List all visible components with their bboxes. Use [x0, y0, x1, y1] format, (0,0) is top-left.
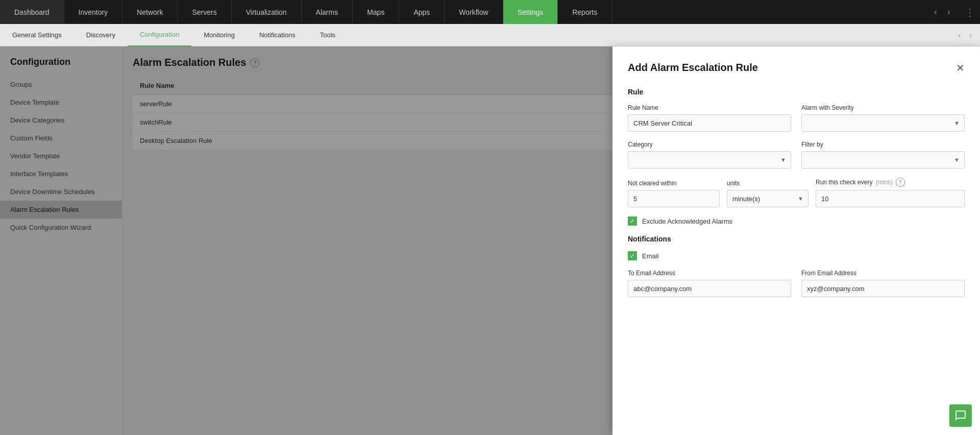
- input-from-email[interactable]: [801, 280, 965, 297]
- form-group-filter-by: Filter by ▼: [801, 141, 965, 168]
- nav-virtualization[interactable]: Virtualization: [232, 0, 302, 24]
- select-wrapper-units: minute(s) hour(s) ▼: [727, 190, 808, 207]
- sub-navigation: General Settings Discovery Configuration…: [0, 24, 980, 46]
- chat-fab-button[interactable]: [949, 404, 972, 427]
- chat-icon: [954, 409, 967, 422]
- subnav-prev-arrow[interactable]: ‹: [955, 30, 964, 41]
- subnav-general[interactable]: General Settings: [0, 24, 74, 46]
- label-not-cleared: Not cleared within: [628, 180, 720, 187]
- label-alarm-severity: Alarm with Severity: [801, 104, 965, 111]
- modal-close-button[interactable]: ✕: [956, 63, 965, 73]
- form-group-from-email: From Email Address: [801, 270, 965, 297]
- run-check-hint: (mins): [875, 179, 892, 186]
- exclude-acknowledged-checkbox[interactable]: ✓: [628, 216, 637, 226]
- nav-apps[interactable]: Apps: [399, 0, 445, 24]
- form-group-to-email: To Email Address: [628, 270, 791, 297]
- form-row-timing: Not cleared within units minute(s) hour(…: [628, 178, 965, 207]
- label-filter-by: Filter by: [801, 141, 965, 148]
- checkmark-icon: ✓: [630, 218, 635, 225]
- nav-dashboard[interactable]: Dashboard: [0, 0, 64, 24]
- label-units: units: [727, 180, 808, 187]
- nav-servers[interactable]: Servers: [178, 0, 231, 24]
- subnav-next-arrow[interactable]: ›: [966, 30, 975, 41]
- subnav-discovery[interactable]: Discovery: [74, 24, 128, 46]
- input-to-email[interactable]: [628, 280, 791, 297]
- nav-next-arrow[interactable]: ›: [943, 5, 954, 19]
- notifications-section: Notifications ✓ Email To Email Address F…: [628, 235, 965, 297]
- nav-maps[interactable]: Maps: [353, 0, 399, 24]
- select-filter-by[interactable]: [801, 151, 965, 168]
- form-group-rule-name: Rule Name: [628, 104, 791, 132]
- subnav-configuration[interactable]: Configuration: [128, 24, 191, 46]
- form-row-email: To Email Address From Email Address: [628, 270, 965, 297]
- label-category: Category: [628, 141, 791, 148]
- modal-panel: Add Alarm Escalation Rule ✕ Rule Rule Na…: [612, 46, 980, 435]
- label-from-email: From Email Address: [801, 270, 965, 277]
- input-run-check[interactable]: [816, 190, 965, 207]
- rule-section-label: Rule: [628, 88, 965, 96]
- nav-alarms[interactable]: Alarms: [302, 0, 353, 24]
- select-wrapper-alarm-severity: ▼: [801, 114, 965, 132]
- nav-network[interactable]: Network: [122, 0, 178, 24]
- modal-title: Add Alarm Escalation Rule: [628, 62, 758, 74]
- select-alarm-severity[interactable]: [801, 114, 965, 132]
- exclude-acknowledged-row: ✓ Exclude Acknowledged Alarms: [628, 216, 965, 226]
- form-group-category: Category ▼: [628, 141, 791, 168]
- checkmark-icon: ✓: [630, 252, 635, 259]
- input-rule-name[interactable]: [628, 114, 791, 132]
- select-wrapper-filter-by: ▼: [801, 151, 965, 168]
- notifications-section-label: Notifications: [628, 235, 965, 243]
- run-check-label-text: Run this check every: [816, 179, 872, 186]
- select-units[interactable]: minute(s) hour(s): [727, 190, 808, 207]
- label-to-email: To Email Address: [628, 270, 791, 277]
- form-group-run-check: Run this check every (mins) ?: [816, 178, 965, 207]
- modal-header: Add Alarm Escalation Rule ✕: [628, 62, 965, 74]
- input-not-cleared[interactable]: [628, 190, 720, 207]
- main-layout: Configuration Groups Device Template Dev…: [0, 46, 980, 435]
- subnav-tools[interactable]: Tools: [308, 24, 348, 46]
- form-row-names: Rule Name Alarm with Severity ▼: [628, 104, 965, 132]
- exclude-acknowledged-label: Exclude Acknowledged Alarms: [642, 218, 732, 225]
- nav-settings[interactable]: Settings: [503, 0, 558, 24]
- email-checkbox-row: ✓ Email: [628, 251, 965, 260]
- form-group-not-cleared: Not cleared within: [628, 180, 720, 207]
- nav-inventory[interactable]: Inventory: [64, 0, 123, 24]
- form-group-alarm-severity: Alarm with Severity ▼: [801, 104, 965, 132]
- select-wrapper-category: ▼: [628, 151, 791, 168]
- form-group-units: units minute(s) hour(s) ▼: [727, 180, 808, 207]
- nav-reports[interactable]: Reports: [558, 0, 612, 24]
- email-checkbox[interactable]: ✓: [628, 251, 637, 260]
- subnav-monitoring[interactable]: Monitoring: [191, 24, 247, 46]
- select-category[interactable]: [628, 151, 791, 168]
- form-row-category: Category ▼ Filter by ▼: [628, 141, 965, 168]
- nav-workflow[interactable]: Workflow: [445, 0, 503, 24]
- label-run-check: Run this check every (mins) ?: [816, 178, 965, 187]
- label-rule-name: Rule Name: [628, 104, 791, 111]
- top-navigation: Dashboard Inventory Network Servers Virt…: [0, 0, 980, 24]
- nav-more-dots[interactable]: ⋮: [960, 6, 980, 18]
- nav-prev-arrow[interactable]: ‹: [930, 5, 941, 19]
- subnav-notifications[interactable]: Notifications: [247, 24, 308, 46]
- email-label: Email: [642, 252, 659, 260]
- run-check-help-icon[interactable]: ?: [896, 178, 905, 187]
